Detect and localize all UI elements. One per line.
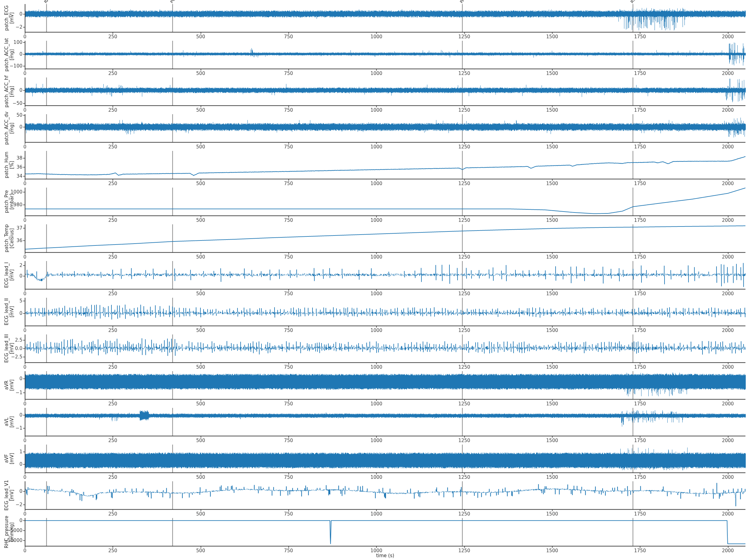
y-tick-label: −2 xyxy=(0,24,22,30)
y-tick-label: 50 xyxy=(0,112,22,118)
subplot-patch_ACC_dv: patch_ACC_dv[mg]500025050075010001250150… xyxy=(0,110,747,148)
y-tick-label: 0 xyxy=(0,412,22,418)
x-tick-label: 750 xyxy=(276,548,301,554)
y-tick-label: 36 xyxy=(0,164,22,170)
y-tick-label: 37 xyxy=(0,225,22,231)
x-tick-label: 1500 xyxy=(540,548,565,554)
y-tick-label: 0 xyxy=(0,311,22,316)
plot-canvas-patch_Hum xyxy=(0,147,747,184)
y-tick-label: 2 xyxy=(0,263,22,268)
plot-canvas-patch_ACC_lat xyxy=(0,37,747,74)
y-tick-label: −1 xyxy=(0,425,22,431)
plot-canvas-ECG_lead_III xyxy=(0,330,747,368)
subplot-ECG_lead_I: ECG_lead_I[mV]20025050075010001250150017… xyxy=(0,257,747,294)
plot-canvas-ECG_lead_I xyxy=(0,257,747,294)
plot-canvas-aVF xyxy=(0,441,747,478)
plot-canvas-ECG_lead_II xyxy=(0,294,747,331)
plot-canvas-ECG_lead_V1 xyxy=(0,477,747,514)
y-tick-label: 0 xyxy=(0,376,22,381)
subplot-RHC_pressure: RHC_pressure[mmHg]0−5000−100000250500750… xyxy=(0,514,747,551)
subplot-patch_ECG: patch_ECG[mV]0−2025050075010001250150017… xyxy=(0,0,747,37)
plot-canvas-patch_ECG xyxy=(0,0,747,37)
y-tick-label: 1 xyxy=(0,449,22,455)
y-tick-label: 1000 xyxy=(0,189,22,195)
subplot-patch_Temp: patch_Temp[Celsius]373602505007501000125… xyxy=(0,220,747,258)
y-tick-label: 0 xyxy=(0,488,22,494)
x-tick-label: 1750 xyxy=(627,548,652,554)
plot-canvas-RHC_pressure xyxy=(0,514,747,551)
multi-panel-timeseries-figure: patch_ECG[mV]0−2025050075010001250150017… xyxy=(0,0,747,560)
plot-canvas-aVR xyxy=(0,367,747,404)
y-tick-label: 100 xyxy=(0,39,22,45)
y-tick-label: 5 xyxy=(0,298,22,304)
y-tick-label: 38 xyxy=(0,155,22,161)
y-tick-label: 0 xyxy=(0,87,22,93)
y-tick-label: 2.5 xyxy=(0,337,22,343)
plot-canvas-aVL xyxy=(0,404,747,441)
y-tick-label: −10000 xyxy=(0,538,22,543)
subplot-patch_ACC_lat: patch_ACC_lat[mg]1000−100025050075010001… xyxy=(0,37,747,74)
subplot-aVL: aVL[mV]0−1025050075010001250150017502000 xyxy=(0,404,747,441)
x-tick-label: 0 xyxy=(12,548,37,554)
subplot-aVF: aVF[mV]10025050075010001250150017502000 xyxy=(0,441,747,478)
plot-canvas-patch_Pre xyxy=(0,184,747,221)
plot-canvas-patch_ACC_hf xyxy=(0,74,747,111)
y-tick-label: 0 xyxy=(0,11,22,17)
x-axis-title: time (s) xyxy=(354,553,416,558)
y-tick-label: −100 xyxy=(0,63,22,69)
plot-canvas-patch_Temp xyxy=(0,220,747,258)
x-tick-label: 500 xyxy=(188,548,213,554)
subplot-aVR: aVR[mV]0−1025050075010001250150017502000 xyxy=(0,367,747,404)
plot-canvas-patch_ACC_dv xyxy=(0,110,747,148)
subplot-ECG_lead_III: ECG_lead_III[mV]2.50.0−2.502505007501000… xyxy=(0,330,747,368)
y-tick-label: 0.0 xyxy=(0,346,22,351)
y-tick-label: −5000 xyxy=(0,528,22,533)
subplot-ECG_lead_II: ECG_lead_II[mV]5002505007501000125015001… xyxy=(0,294,747,331)
subplot-patch_Hum: patch_Hum[%]3836340250500750100012501500… xyxy=(0,147,747,184)
subplot-patch_Pre: patch_Pre[mbar]1000980025050075010001250… xyxy=(0,184,747,221)
x-tick-label: 250 xyxy=(100,548,125,554)
y-tick-label: −2.5 xyxy=(0,354,22,359)
y-tick-label: 0 xyxy=(0,461,22,467)
x-tick-label: 1250 xyxy=(452,548,477,554)
subplot-ECG_lead_V1: ECG_lead_V1[mV]0−20250500750100012501500… xyxy=(0,477,747,514)
y-tick-label: 0 xyxy=(0,124,22,130)
y-tick-label: 0 xyxy=(0,273,22,279)
subplot-patch_ACC_hf: patch_ACC_hf[mg]0−5002505007501000125015… xyxy=(0,74,747,111)
y-tick-label: 0 xyxy=(0,51,22,57)
y-tick-label: −2 xyxy=(0,502,22,507)
y-tick-label: −1 xyxy=(0,390,22,395)
y-tick-label: 980 xyxy=(0,202,22,208)
y-tick-label: 36 xyxy=(0,238,22,243)
y-tick-label: 0 xyxy=(0,518,22,523)
x-tick-label: 2000 xyxy=(716,548,741,554)
